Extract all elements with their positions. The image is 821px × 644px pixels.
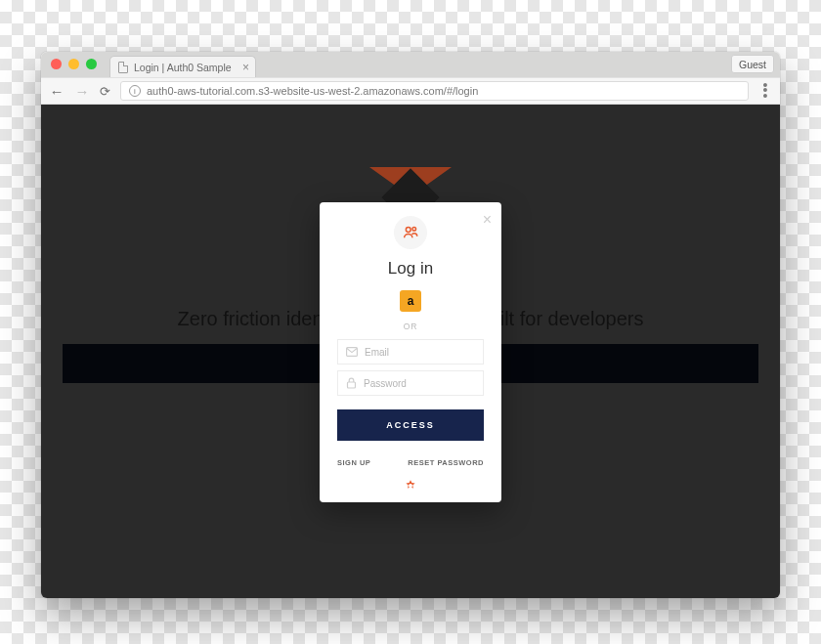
forward-button[interactable]: → [74,83,90,100]
browser-window: Login | Auth0 Sample × Guest ← → ⟳ i aut… [41,52,780,598]
aux-links: SIGN UP RESET PASSWORD [337,458,484,467]
site-info-icon[interactable]: i [129,85,141,97]
access-button[interactable]: ACCESS [337,409,484,441]
email-field-wrapper[interactable] [337,339,484,365]
url-text: auth0-aws-tutorial.com.s3-website-us-wes… [147,85,478,97]
svg-rect-3 [348,382,356,388]
svg-point-1 [412,227,416,231]
url-field[interactable]: i auth0-aws-tutorial.com.s3-website-us-w… [120,81,749,101]
email-icon [346,347,358,357]
login-modal: × Log in a OR [320,202,501,502]
window-zoom-button[interactable] [86,59,97,69]
browser-tab[interactable]: Login | Auth0 Sample × [109,56,256,77]
address-bar: ← → ⟳ i auth0-aws-tutorial.com.s3-websit… [41,77,780,105]
reload-button[interactable]: ⟳ [100,84,110,99]
avatar-icon [394,216,427,249]
page-viewport: Zero friction identity infrastructure, b… [41,105,780,598]
close-icon[interactable]: × [483,212,492,228]
tab-title: Login | Auth0 Sample [134,62,232,73]
browser-menu-button[interactable]: ••• [758,83,772,100]
window-minimize-button[interactable] [68,59,79,69]
tab-strip: Login | Auth0 Sample × Guest [41,52,780,77]
login-title: Log in [388,259,433,279]
password-field-wrapper[interactable] [337,370,484,396]
document-icon [118,62,128,73]
access-button-label: ACCESS [386,420,435,430]
amazon-icon: a [408,294,414,308]
auth0-badge-icon [404,479,417,493]
password-input[interactable] [364,378,488,389]
back-button[interactable]: ← [49,83,65,100]
email-input[interactable] [365,347,489,358]
reset-password-link[interactable]: RESET PASSWORD [408,458,484,467]
window-controls [51,59,97,69]
tab-close-button[interactable]: × [242,62,249,73]
guest-profile-button[interactable]: Guest [731,55,774,73]
svg-point-4 [409,484,412,488]
signup-link[interactable]: SIGN UP [337,458,370,467]
svg-point-0 [406,228,410,233]
or-divider: OR [404,322,418,331]
guest-label: Guest [739,59,766,70]
lock-icon [346,377,357,389]
window-close-button[interactable] [51,59,62,69]
amazon-login-button[interactable]: a [400,290,421,312]
